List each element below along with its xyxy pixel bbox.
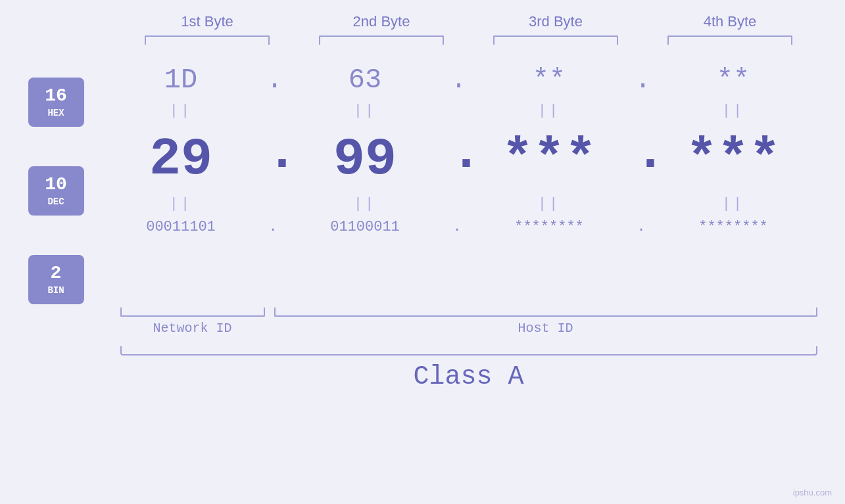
byte-labels-row: 1st Byte 2nd Byte 3rd Byte 4th Byte [120, 13, 817, 30]
host-id-label: Host ID [274, 321, 817, 336]
badges-column: 16 HEX 10 DEC 2 BIN [28, 78, 84, 304]
main-container: 1st Byte 2nd Byte 3rd Byte 4th Byte 16 H… [0, 0, 845, 504]
bin-val-2: 01100011 [296, 219, 434, 235]
bracket-4 [667, 35, 792, 45]
values-area: 1D . 63 . ** . ** || || [97, 58, 817, 235]
badge-dec-label: DEC [47, 196, 64, 207]
dec-val-3: *** [480, 129, 618, 189]
bin-dot-3: . [635, 219, 648, 235]
bin-row: 00011101 . 01100011 . ******** . *******… [97, 219, 817, 235]
dec-dot-1: . [266, 123, 279, 189]
hex-val-4: ** [664, 64, 802, 96]
sep-6: || [296, 196, 434, 212]
network-bracket [120, 308, 265, 317]
byte-label-2: 2nd Byte [312, 13, 450, 30]
hex-dot-2: . [450, 64, 464, 96]
sep-5: || [112, 196, 250, 212]
bin-dot-2: . [450, 219, 464, 235]
hex-dot-3: . [635, 64, 648, 96]
byte-label-3: 3rd Byte [487, 13, 625, 30]
dec-dot-3: . [635, 123, 648, 189]
bottom-brackets [120, 308, 817, 317]
byte-label-1: 1st Byte [138, 13, 276, 30]
badge-hex: 16 HEX [28, 78, 84, 127]
top-brackets [120, 35, 817, 45]
bin-dot-1: . [266, 219, 279, 235]
bin-val-3: ******** [480, 219, 618, 235]
dec-val-4: *** [664, 129, 802, 189]
sep-2: || [296, 103, 434, 119]
sep-row-1: || || || || [97, 99, 817, 123]
host-bracket [274, 308, 817, 317]
bracket-2 [319, 35, 444, 45]
dec-row: 29 . 99 . *** . *** [97, 123, 817, 189]
sep-3: || [480, 103, 618, 119]
badge-dec-number: 10 [45, 175, 67, 194]
hex-val-1: 1D [112, 64, 250, 96]
dec-val-1: 29 [112, 129, 250, 189]
badge-bin-number: 2 [51, 264, 62, 283]
class-label: Class A [120, 362, 817, 392]
watermark: ipshu.com [793, 488, 832, 497]
bracket-3 [493, 35, 618, 45]
bin-val-1: 00011101 [112, 219, 250, 235]
sep-8: || [664, 196, 802, 212]
byte-label-4: 4th Byte [661, 13, 799, 30]
hex-val-2: 63 [296, 64, 434, 96]
sep-4: || [664, 103, 802, 119]
hex-dot-1: . [266, 64, 279, 96]
class-bracket [120, 346, 817, 355]
network-id-label: Network ID [120, 321, 265, 336]
bottom-section: Network ID Host ID [120, 308, 817, 336]
hex-val-3: ** [480, 64, 618, 96]
main-content: 16 HEX 10 DEC 2 BIN 1D . 63 [28, 58, 817, 304]
sep-row-2: || || || || [97, 192, 817, 216]
bin-val-4: ******** [664, 219, 802, 235]
dec-val-2: 99 [296, 129, 434, 189]
badge-hex-number: 16 [45, 87, 67, 105]
hex-row: 1D . 63 . ** . ** [97, 64, 817, 96]
bracket-1 [145, 35, 270, 45]
badge-bin: 2 BIN [28, 255, 84, 304]
badge-dec: 10 DEC [28, 166, 84, 216]
badge-hex-label: HEX [47, 108, 64, 118]
sep-7: || [480, 196, 618, 212]
badge-bin-label: BIN [47, 285, 64, 296]
dec-dot-2: . [450, 123, 464, 189]
sep-1: || [112, 103, 250, 119]
bottom-labels: Network ID Host ID [120, 321, 817, 336]
